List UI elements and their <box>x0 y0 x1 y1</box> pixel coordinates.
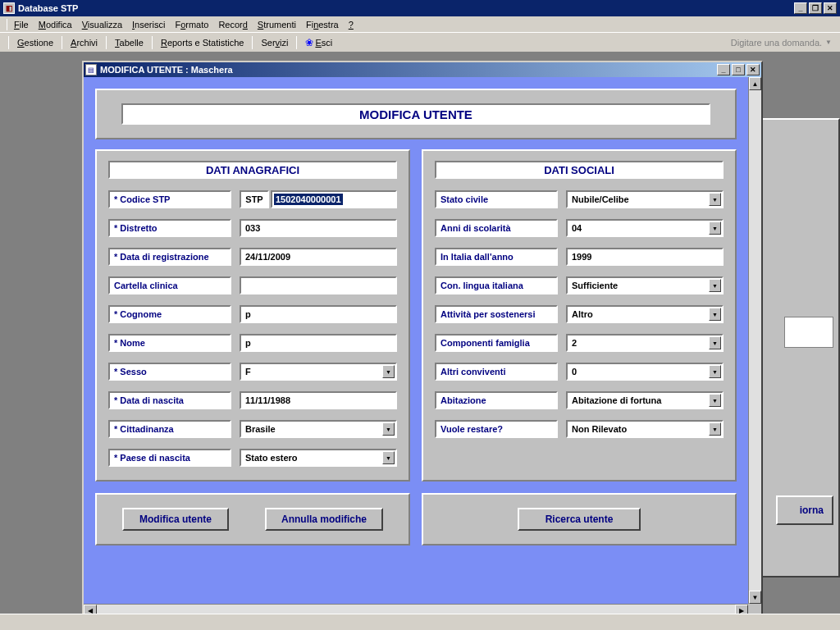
bg-button-hint[interactable]: iorna <box>776 495 833 525</box>
cittadinanza-select[interactable]: Brasile▼ <box>240 420 397 438</box>
toolbar: Gestione Archivi Tabelle Reports e Stati… <box>0 33 840 52</box>
chevron-down-icon[interactable]: ▼ <box>382 451 395 464</box>
child-minimize-button[interactable]: _ <box>717 64 730 75</box>
tool-servizi[interactable]: Servizi <box>256 36 293 49</box>
left-section-title: DATI ANAGRAFICI <box>108 161 397 179</box>
tool-esci[interactable]: ❀Esci <box>300 35 337 50</box>
modifica-utente-button[interactable]: Modifica utente <box>122 508 229 531</box>
label-sesso: * Sesso <box>108 363 231 381</box>
stp-prefix: STP <box>240 190 269 208</box>
menu-help[interactable]: ? <box>344 18 358 31</box>
data-nascita-input[interactable]: 11/11/1988 <box>240 391 397 409</box>
chevron-down-icon[interactable]: ▼ <box>709 336 721 349</box>
app-titlebar: ◧ Database STP _ ❐ ✕ <box>0 0 840 16</box>
question-placeholder: Digitare una domanda. <box>731 38 822 48</box>
label-attivita: Attività per sostenersi <box>435 305 558 323</box>
chevron-down-icon[interactable]: ▼ <box>709 365 721 378</box>
label-cittadinanza: * Cittadinanza <box>108 420 231 438</box>
cartella-clinica-input[interactable] <box>240 276 397 294</box>
menu-record[interactable]: Record <box>213 18 252 31</box>
bg-field <box>784 317 833 348</box>
stp-code-input[interactable]: 1502040000001 <box>271 190 397 208</box>
altri-conviventi-select[interactable]: 0▼ <box>566 363 724 381</box>
cognome-input[interactable]: p <box>240 305 397 323</box>
form-title: MODIFICA UTENTE <box>121 103 710 125</box>
vertical-scrollbar[interactable]: ▲ ▼ <box>748 77 761 604</box>
label-distretto: * Distretto <box>108 219 231 237</box>
restore-button[interactable]: ❐ <box>809 2 822 14</box>
minimize-button[interactable]: _ <box>794 2 807 14</box>
chevron-down-icon: ▼ <box>825 39 832 46</box>
label-componenti-famiglia: Componenti famiglia <box>435 334 558 352</box>
app-title: Database STP <box>18 3 794 13</box>
child-maximize-button[interactable]: □ <box>732 64 745 75</box>
menu-strumenti[interactable]: Strumenti <box>253 18 301 31</box>
label-anni-scolarita: Anni di scolarità <box>435 219 558 237</box>
child-close-button[interactable]: ✕ <box>746 64 760 75</box>
paese-nascita-select[interactable]: Stato estero▼ <box>240 449 397 467</box>
attivita-select[interactable]: Altro▼ <box>566 305 724 323</box>
menu-file[interactable]: File <box>9 18 34 31</box>
child-window: ▤ MODIFICA UTENTE : Maschera _ □ ✕ MODIF… <box>82 61 763 619</box>
right-button-panel: Ricerca utente <box>422 493 737 546</box>
label-cartella-clinica: Cartella clinica <box>108 276 231 294</box>
chevron-down-icon[interactable]: ▼ <box>382 365 395 378</box>
distretto-input[interactable]: 033 <box>240 219 397 237</box>
menu-finestra[interactable]: Finestra <box>301 18 344 31</box>
in-italia-input[interactable]: 1999 <box>566 248 724 266</box>
chevron-down-icon[interactable]: ▼ <box>709 279 721 292</box>
exit-icon: ❀ <box>305 37 313 48</box>
chevron-down-icon[interactable]: ▼ <box>709 394 721 407</box>
label-data-registrazione: * Data di registrazione <box>108 248 231 266</box>
ask-question-box[interactable]: Digitare una domanda. ▼ <box>731 38 832 48</box>
menu-inserisci[interactable]: Inserisci <box>127 18 170 31</box>
right-section-title: DATI SOCIALI <box>435 161 724 179</box>
form-icon: ▤ <box>85 64 97 75</box>
sesso-select[interactable]: F▼ <box>240 363 397 381</box>
ricerca-utente-button[interactable]: Ricerca utente <box>518 508 641 531</box>
title-panel: MODIFICA UTENTE <box>95 89 737 139</box>
label-vuole-restare: Vuole restare? <box>435 420 558 438</box>
label-lingua-italiana: Con. lingua italiana <box>435 276 558 294</box>
tool-gestione[interactable]: Gestione <box>12 36 58 49</box>
left-panel: DATI ANAGRAFICI * Codice STP STP 1502040… <box>95 149 410 482</box>
label-codice-stp: * Codice STP <box>108 190 231 208</box>
tool-archivi[interactable]: Archivi <box>66 36 103 49</box>
data-registrazione-input[interactable]: 24/11/2009 <box>240 248 397 266</box>
menu-modifica[interactable]: Modifica <box>34 18 77 31</box>
menu-visualizza[interactable]: Visualizza <box>77 18 127 31</box>
stato-civile-select[interactable]: Nubile/Celibe▼ <box>566 190 724 208</box>
label-cognome: * Cognome <box>108 305 231 323</box>
chevron-down-icon[interactable]: ▼ <box>382 422 395 436</box>
scroll-down-icon[interactable]: ▼ <box>749 591 761 604</box>
chevron-down-icon[interactable]: ▼ <box>709 221 721 235</box>
chevron-down-icon[interactable]: ▼ <box>709 422 721 436</box>
label-stato-civile: Stato civile <box>435 190 558 208</box>
label-abitazione: Abitazione <box>435 391 558 409</box>
annulla-modifiche-button[interactable]: Annulla modifiche <box>265 508 383 531</box>
abitazione-select[interactable]: Abitazione di fortuna▼ <box>566 391 724 409</box>
menu-bar: File Modifica Visualizza Inserisci Forma… <box>0 16 840 33</box>
right-panel: DATI SOCIALI Stato civile Nubile/Celibe▼… <box>422 149 737 482</box>
tool-reports[interactable]: Reports e Statistiche <box>156 36 249 49</box>
scroll-up-icon[interactable]: ▲ <box>749 77 761 90</box>
menu-formato[interactable]: Formato <box>170 18 213 31</box>
nome-input[interactable]: p <box>240 334 397 352</box>
left-button-panel: Modifica utente Annulla modifiche <box>95 493 410 546</box>
label-data-nascita: * Data di nascita <box>108 391 231 409</box>
form-body: MODIFICA UTENTE DATI ANAGRAFICI * Codice… <box>84 77 748 604</box>
tool-tabelle[interactable]: Tabelle <box>110 36 148 49</box>
child-titlebar: ▤ MODIFICA UTENTE : Maschera _ □ ✕ <box>84 62 761 77</box>
anni-scolarita-select[interactable]: 04▼ <box>566 219 724 237</box>
app-icon: ◧ <box>3 2 15 14</box>
vuole-restare-select[interactable]: Non Rilevato▼ <box>566 420 724 438</box>
label-paese-nascita: * Paese di nascita <box>108 449 231 467</box>
chevron-down-icon[interactable]: ▼ <box>709 193 721 206</box>
close-button[interactable]: ✕ <box>824 2 837 14</box>
componenti-famiglia-select[interactable]: 2▼ <box>566 334 724 352</box>
label-altri-conviventi: Altri conviventi <box>435 363 558 381</box>
lingua-italiana-select[interactable]: Sufficiente▼ <box>566 276 724 294</box>
status-bar <box>0 614 840 630</box>
label-nome: * Nome <box>108 334 231 352</box>
chevron-down-icon[interactable]: ▼ <box>709 308 721 321</box>
